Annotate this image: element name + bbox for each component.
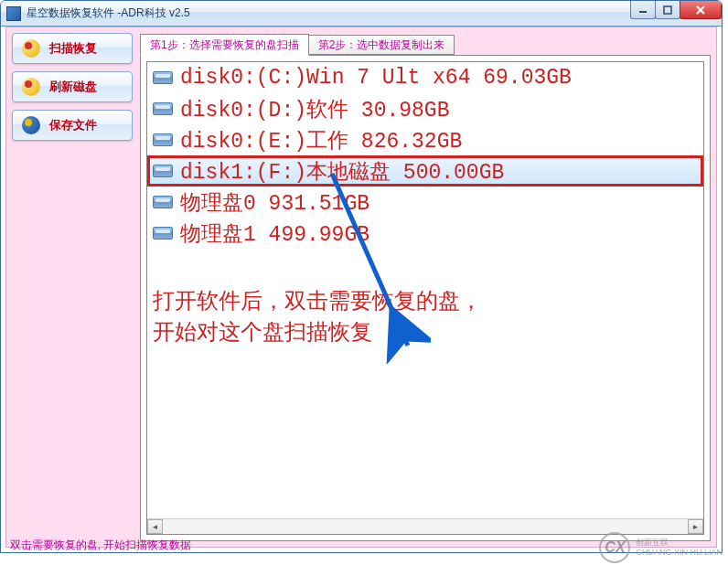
drive-icon xyxy=(153,165,173,177)
tab-step2[interactable]: 第2步：选中数据复制出来 xyxy=(308,35,455,55)
window-controls xyxy=(630,1,722,19)
disk-row[interactable]: 物理盘0 931.51GB xyxy=(147,187,703,218)
disk-label: 物理盘0 931.51GB xyxy=(180,188,369,217)
disk-label: 物理盘1 499.99GB xyxy=(180,219,369,248)
refresh-label: 刷新磁盘 xyxy=(49,79,97,95)
save-icon xyxy=(22,116,40,134)
disk-label: disk0:(D:)软件 30.98GB xyxy=(180,95,449,123)
maximize-button[interactable] xyxy=(655,1,680,19)
disk-label: disk0:(C:)Win 7 Ult x64 69.03GB xyxy=(180,66,572,90)
tab-step1[interactable]: 第1步：选择需要恢复的盘扫描 xyxy=(140,34,309,56)
sidebar: 扫描恢复 刷新磁盘 保存文件 xyxy=(12,33,133,141)
minimize-button[interactable] xyxy=(630,1,656,19)
drive-icon xyxy=(153,227,173,240)
drive-icon xyxy=(153,71,173,84)
save-files-button[interactable]: 保存文件 xyxy=(12,110,133,141)
close-button[interactable] xyxy=(680,1,722,19)
app-window: 星空数据恢复软件 -ADR科技 v2.5 扫描恢复 刷新磁盘 xyxy=(0,0,723,553)
scan-label: 扫描恢复 xyxy=(49,40,97,57)
disk-row[interactable]: disk0:(D:)软件 30.98GB xyxy=(147,93,703,124)
close-icon xyxy=(695,5,706,15)
svg-rect-1 xyxy=(664,6,671,14)
disk-row[interactable]: disk0:(E:)工作 826.32GB xyxy=(147,124,703,155)
disk-row-selected[interactable]: disk1:(F:)本地磁盘 500.00GB xyxy=(147,155,703,187)
watermark-text: 创新互联 CHUANG XIN HU LIAN xyxy=(636,538,723,558)
watermark: CX 创新互联 CHUANG XIN HU LIAN xyxy=(599,532,723,563)
drive-icon xyxy=(153,196,173,208)
disk-row[interactable]: disk0:(C:)Win 7 Ult x64 69.03GB xyxy=(147,62,703,93)
minimize-icon xyxy=(638,5,648,15)
disk-label: disk1:(F:)本地磁盘 500.00GB xyxy=(180,157,504,186)
client-area: 扫描恢复 刷新磁盘 保存文件 第1步：选择需要恢复的盘扫描 第2步：选中数据复制… xyxy=(5,27,717,548)
titlebar[interactable]: 星空数据恢复软件 -ADR科技 v2.5 xyxy=(1,1,722,27)
tab-bar: 第1步：选择需要恢复的盘扫描 第2步：选中数据复制出来 xyxy=(140,33,711,55)
refresh-icon xyxy=(22,78,40,96)
disk-list: disk0:(C:)Win 7 Ult x64 69.03GB disk0:(D… xyxy=(146,61,704,535)
disk-row[interactable]: 物理盘1 499.99GB xyxy=(147,218,703,249)
annotation-text: 打开软件后，双击需要恢复的盘， 开始对这个盘扫描恢复 xyxy=(153,285,482,347)
refresh-disks-button[interactable]: 刷新磁盘 xyxy=(12,71,133,102)
scroll-left-button[interactable]: ◄ xyxy=(147,519,163,534)
drive-icon xyxy=(153,102,173,115)
maximize-icon xyxy=(663,5,672,15)
list-viewport: disk0:(C:)Win 7 Ult x64 69.03GB disk0:(D… xyxy=(147,62,703,518)
status-bar: 双击需要恢复的盘, 开始扫描恢复数据 xyxy=(5,536,197,552)
app-icon xyxy=(6,6,21,21)
main-panel: 第1步：选择需要恢复的盘扫描 第2步：选中数据复制出来 disk0:(C:)Wi… xyxy=(140,33,711,541)
drive-icon xyxy=(153,133,173,146)
annotation-line1: 打开软件后，双击需要恢复的盘， xyxy=(153,285,482,316)
annotation-line2: 开始对这个盘扫描恢复 xyxy=(153,316,482,347)
scan-recover-button[interactable]: 扫描恢复 xyxy=(12,33,133,64)
content-box: disk0:(C:)Win 7 Ult x64 69.03GB disk0:(D… xyxy=(140,55,711,541)
watermark-logo: CX xyxy=(599,532,630,563)
save-label: 保存文件 xyxy=(49,117,97,133)
window-title: 星空数据恢复软件 -ADR科技 v2.5 xyxy=(27,5,190,21)
disk-label: disk0:(E:)工作 826.32GB xyxy=(180,126,462,155)
magnifier-icon xyxy=(22,39,40,58)
